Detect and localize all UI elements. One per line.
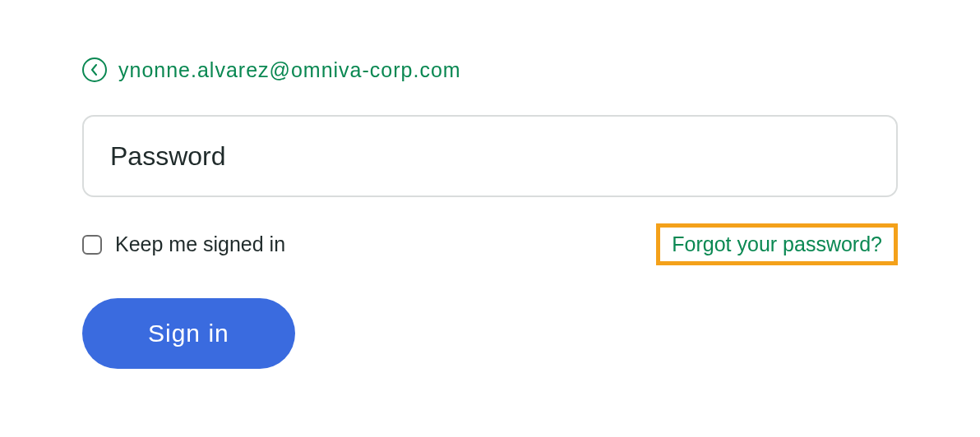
account-email: ynonne.alvarez@omniva-corp.com <box>118 58 461 82</box>
account-email-row: ynonne.alvarez@omniva-corp.com <box>82 58 898 82</box>
keep-signed-in-text: Keep me signed in <box>115 232 285 256</box>
sign-in-button[interactable]: Sign in <box>82 298 295 369</box>
keep-signed-in-checkbox[interactable] <box>82 235 102 255</box>
forgot-password-highlight: Forgot your password? <box>656 223 898 265</box>
options-row: Keep me signed in Forgot your password? <box>82 223 898 265</box>
password-input[interactable] <box>82 115 898 197</box>
keep-signed-in-label[interactable]: Keep me signed in <box>82 232 285 256</box>
forgot-password-link[interactable]: Forgot your password? <box>672 232 882 255</box>
back-icon[interactable] <box>82 58 107 82</box>
